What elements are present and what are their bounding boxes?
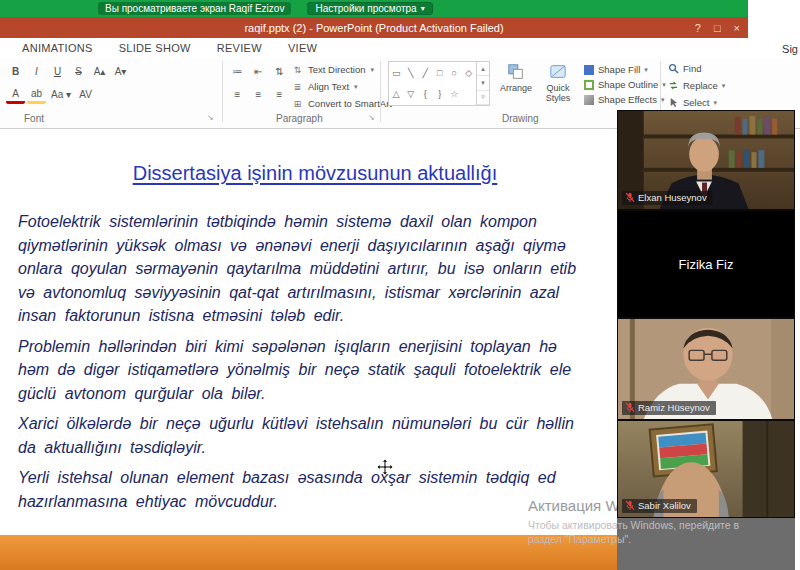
chevron-down-icon: ▾: [722, 82, 726, 90]
chevron-down-icon: ▾: [354, 83, 358, 91]
font-buttons-row2: A ab Aa ▾ AV: [6, 85, 95, 104]
font-color-button[interactable]: A: [6, 85, 25, 104]
quick-styles-button[interactable]: Quick Styles: [537, 63, 579, 103]
find-label: Find: [683, 63, 701, 74]
zoom-topbar: Вы просматриваете экран Raqif Ezizov Нас…: [0, 0, 748, 17]
ppt-titlebar: raqif.pptx (2) - PowerPoint (Product Act…: [0, 17, 748, 38]
shape-rectangle-icon[interactable]: ▭: [392, 68, 401, 78]
mouse-cursor: [376, 458, 394, 476]
shape-line-icon[interactable]: ╲: [408, 68, 413, 78]
gallery-expand-icon[interactable]: ▿: [477, 91, 489, 105]
participant-name: Elxan Huseynov: [638, 192, 707, 203]
replace-button[interactable]: Replace ▾: [668, 80, 725, 91]
replace-label: Replace: [683, 80, 718, 91]
shape-line2-icon[interactable]: ╱: [423, 68, 428, 78]
video-tile-elxan-huseynov[interactable]: Elxan Huseynov: [617, 110, 795, 210]
shape-fill-icon: [584, 65, 594, 75]
align-text-label: Align Text: [308, 81, 349, 92]
sign-in-link[interactable]: Sig: [782, 43, 798, 55]
align-text-icon: ≣: [292, 82, 303, 92]
quick-styles-icon: [549, 63, 567, 81]
align-text-button[interactable]: ≣ Align Text ▾: [292, 79, 358, 94]
shape-effects-icon: [584, 95, 594, 105]
zoom-screen-share-window: Вы просматриваете экран Raqif Ezizov Нас…: [0, 0, 800, 570]
find-icon: [668, 63, 679, 74]
viewing-banner: Вы просматриваете экран Raqif Ezizov: [98, 2, 291, 15]
align-left-button[interactable]: ≡: [228, 85, 247, 104]
highlight-button[interactable]: ab: [27, 85, 46, 104]
replace-icon: [668, 80, 679, 91]
shrink-font-button[interactable]: A▾: [111, 62, 130, 81]
shape-diamond-icon[interactable]: ◇: [465, 68, 472, 78]
shape-effects-button[interactable]: Shape Effects ▾: [584, 94, 665, 105]
font-dialog-launcher-icon[interactable]: ↘: [207, 113, 214, 122]
arrange-button[interactable]: Arrange: [495, 63, 537, 93]
align-right-button[interactable]: ≡: [270, 85, 289, 104]
shape-fill-button[interactable]: Shape Fill ▾: [584, 64, 648, 75]
shape-star-icon[interactable]: ☆: [450, 89, 458, 99]
tab-animations[interactable]: ANIMATIONS: [22, 42, 93, 54]
close-icon[interactable]: ×: [734, 22, 740, 34]
change-case-button[interactable]: Aa ▾: [48, 85, 74, 104]
video-tile-sabir-xelilov[interactable]: Sabir Xəlilov: [617, 420, 795, 518]
quick-styles-label: Quick Styles: [537, 83, 579, 103]
shape-brace-right-icon[interactable]: }: [438, 89, 441, 99]
smartart-icon: ⊞: [292, 99, 303, 109]
ribbon-tab-bar: ANIMATIONS SLIDE SHOW REVIEW VIEW: [0, 38, 800, 58]
grow-font-button[interactable]: A▴: [90, 62, 109, 81]
bold-button[interactable]: B: [6, 62, 25, 81]
tab-slide-show[interactable]: SLIDE SHOW: [119, 42, 191, 54]
tab-view[interactable]: VIEW: [288, 42, 317, 54]
participant-video-strip: Elxan Huseynov Fizika Fiz: [617, 110, 795, 518]
select-icon: [668, 97, 679, 108]
shapes-gallery: ▭ ╲ ╱ □ ○ ◇ △ ▽ { } ☆ ▴ ▾ ▿: [388, 61, 490, 106]
chevron-down-icon: ▾: [371, 66, 375, 74]
arrange-icon: [507, 63, 525, 81]
shape-square-icon[interactable]: □: [437, 68, 442, 78]
indent-button[interactable]: ⇤: [249, 62, 268, 81]
text-direction-icon: ⇅: [292, 65, 303, 75]
tab-review[interactable]: REVIEW: [217, 42, 262, 54]
select-button[interactable]: Select ▾: [668, 97, 717, 108]
participant-name-tag: Ramiz Hüseynov: [622, 401, 716, 415]
shape-outline-label: Shape Outline: [598, 79, 658, 90]
participant-name: Ramiz Hüseynov: [638, 402, 710, 413]
shape-brace-left-icon[interactable]: {: [424, 89, 427, 99]
shape-outline-button[interactable]: Shape Outline ▾: [584, 79, 666, 90]
shape-triangle-down-icon[interactable]: ▽: [407, 89, 414, 99]
scroll-down-icon[interactable]: ▾: [477, 76, 489, 90]
convert-to-smartart-button[interactable]: ⊞ Convert to SmartArt ▾: [292, 96, 400, 111]
strikethrough-button[interactable]: S: [69, 62, 88, 81]
chevron-down-icon: ▾: [713, 99, 717, 107]
video-tile-ramiz-huseynov[interactable]: Ramiz Hüseynov: [617, 318, 795, 420]
participant-name-tag: Elxan Huseynov: [622, 191, 713, 205]
shapes-gallery-scrollbar: ▴ ▾ ▿: [476, 62, 489, 105]
video-tile-fizika-fiz[interactable]: Fizika Fiz: [617, 210, 795, 318]
scroll-up-icon[interactable]: ▴: [477, 62, 489, 76]
restore-icon[interactable]: □: [714, 22, 721, 34]
shape-effects-label: Shape Effects: [598, 94, 657, 105]
muted-mic-icon: [625, 500, 635, 511]
underline-button[interactable]: U: [48, 62, 67, 81]
bullets-button[interactable]: ≔: [228, 62, 247, 81]
line-spacing-button[interactable]: ⇅: [270, 62, 289, 81]
text-direction-button[interactable]: ⇅ Text Direction ▾: [292, 62, 374, 77]
find-button[interactable]: Find: [668, 63, 701, 74]
window-controls: ? □ ×: [695, 17, 740, 38]
shape-outline-icon: [584, 80, 594, 90]
align-center-button[interactable]: ≡: [249, 85, 268, 104]
character-spacing-button[interactable]: AV: [76, 85, 95, 104]
shape-triangle-icon[interactable]: △: [393, 89, 400, 99]
paragraph-icons-row2: ≡ ≡ ≡: [228, 85, 289, 104]
chevron-down-icon: ▾: [662, 81, 666, 89]
paragraph-dialog-launcher-icon[interactable]: ↘: [368, 113, 375, 122]
view-settings-button[interactable]: Настройки просмотра ▾: [307, 2, 432, 15]
muted-mic-icon: [625, 402, 635, 413]
paragraph-icons-row1: ≔ ⇤ ⇅: [228, 62, 289, 81]
font-group-label: Font: [24, 113, 44, 124]
italic-button[interactable]: I: [27, 62, 46, 81]
arrange-label: Arrange: [495, 83, 537, 93]
help-icon[interactable]: ?: [695, 22, 701, 34]
text-direction-label: Text Direction: [308, 64, 366, 75]
shape-circle-icon[interactable]: ○: [452, 68, 457, 78]
